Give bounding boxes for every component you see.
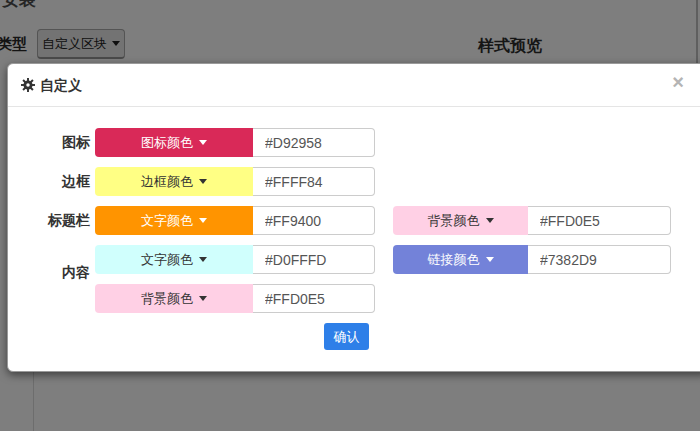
chevron-down-icon <box>112 41 120 46</box>
titlebar-bg-color-group: 背景颜色 <box>393 206 671 235</box>
titlebar-row-label: 标题栏 <box>8 206 90 235</box>
border-color-dropdown-label: 边框颜色 <box>141 173 193 191</box>
icon-color-dropdown-label: 图标颜色 <box>141 134 193 152</box>
content-link-color-dropdown[interactable]: 链接颜色 <box>393 245 528 274</box>
content-link-color-dropdown-label: 链接颜色 <box>428 251 480 269</box>
chevron-down-icon <box>199 296 207 301</box>
border-color-group: 边框颜色 <box>95 167 375 196</box>
chevron-down-icon <box>199 257 207 262</box>
type-label: 类型 <box>0 35 27 54</box>
content-text-color-group: 文字颜色 <box>95 245 375 274</box>
content-bg-color-dropdown-label: 背景颜色 <box>141 290 193 308</box>
icon-color-input[interactable] <box>253 128 375 157</box>
chevron-down-icon <box>486 257 494 262</box>
block-type-dropdown[interactable]: 自定义区块 <box>37 29 125 59</box>
chevron-down-icon <box>199 218 207 223</box>
chevron-down-icon <box>199 140 207 145</box>
modal-header: 自定义 × <box>8 64 700 107</box>
titlebar-text-color-group: 文字颜色 <box>95 206 375 235</box>
style-preview-heading: 样式预览 <box>478 36 542 57</box>
content-text-color-input[interactable] <box>253 245 375 274</box>
icon-color-dropdown[interactable]: 图标颜色 <box>95 128 253 157</box>
content-bg-color-group: 背景颜色 <box>95 284 375 313</box>
content-bg-color-input[interactable] <box>253 284 375 313</box>
customize-modal: 自定义 × 图标 边框 标题栏 内容 图标颜色 边框颜色 文字颜色 背景颜色 <box>7 63 700 372</box>
content-bg-color-dropdown[interactable]: 背景颜色 <box>95 284 253 313</box>
page-scrollbar[interactable] <box>696 0 698 63</box>
modal-title-text: 自定义 <box>40 63 82 107</box>
content-link-color-input[interactable] <box>528 245 671 274</box>
border-row-label: 边框 <box>8 167 90 196</box>
confirm-button[interactable]: 确认 <box>324 323 369 350</box>
border-color-input[interactable] <box>253 167 375 196</box>
border-color-dropdown[interactable]: 边框颜色 <box>95 167 253 196</box>
titlebar-text-color-dropdown[interactable]: 文字颜色 <box>95 206 253 235</box>
titlebar-bg-color-input[interactable] <box>528 206 671 235</box>
chevron-down-icon <box>486 218 494 223</box>
content-row-label: 内容 <box>8 258 90 287</box>
close-icon[interactable]: × <box>666 70 690 94</box>
background-panel-divider <box>33 371 34 431</box>
icon-color-group: 图标颜色 <box>95 128 375 157</box>
icon-row-label: 图标 <box>8 128 90 157</box>
content-text-color-dropdown[interactable]: 文字颜色 <box>95 245 253 274</box>
clipped-page-text: 安装 <box>2 0 36 11</box>
titlebar-text-color-input[interactable] <box>253 206 375 235</box>
titlebar-bg-color-dropdown-label: 背景颜色 <box>428 212 480 230</box>
content-text-color-dropdown-label: 文字颜色 <box>141 251 193 269</box>
chevron-down-icon <box>199 179 207 184</box>
content-link-color-group: 链接颜色 <box>393 245 671 274</box>
titlebar-bg-color-dropdown[interactable]: 背景颜色 <box>393 206 528 235</box>
block-type-dropdown-label: 自定义区块 <box>42 35 107 53</box>
titlebar-text-color-dropdown-label: 文字颜色 <box>141 212 193 230</box>
gear-icon <box>21 78 35 92</box>
modal-title: 自定义 <box>21 64 82 106</box>
